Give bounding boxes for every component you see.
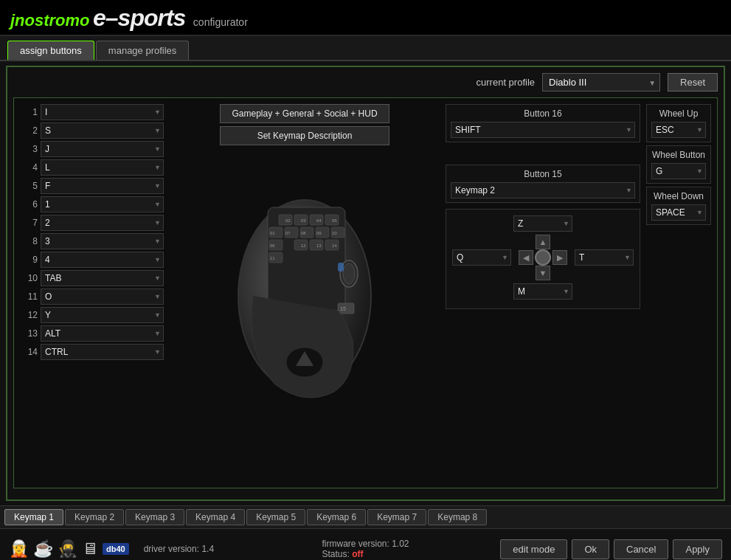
status-value: off <box>352 549 363 559</box>
button-input-wrapper-6[interactable] <box>41 196 164 212</box>
button-number-6: 6 <box>20 199 38 210</box>
cancel-button[interactable]: Cancel <box>614 539 668 559</box>
dpad-down-input[interactable] <box>513 283 572 300</box>
svg-text:14: 14 <box>332 243 337 248</box>
button-input-7[interactable] <box>41 215 164 231</box>
gameplay-button[interactable]: Gameplay + General + Social + HUD <box>220 104 389 123</box>
wheel-button-input[interactable] <box>651 163 706 179</box>
button-row-4: 4 <box>20 159 164 176</box>
button-input-wrapper-5[interactable] <box>41 178 164 194</box>
svg-rect-32 <box>338 263 344 272</box>
button-input-wrapper-3[interactable] <box>41 141 164 157</box>
keymap-tab-keymap-2[interactable]: Keymap 2 <box>65 509 124 525</box>
tab-manage-profiles[interactable]: manage profiles <box>96 41 190 60</box>
button-row-6: 6 <box>20 196 164 212</box>
wheel-button-input-wrapper[interactable] <box>651 163 706 179</box>
button-row-10: 10 <box>20 270 164 286</box>
firmware-version: firmware version: 1.02 <box>322 539 485 549</box>
dpad-up-wrapper[interactable] <box>513 215 572 232</box>
button-input-9[interactable] <box>41 252 164 268</box>
button-input-1[interactable] <box>41 104 164 120</box>
apply-button[interactable]: Apply <box>673 539 722 559</box>
reset-button[interactable]: Reset <box>668 73 718 91</box>
wheel-up-input-wrapper[interactable] <box>651 122 706 138</box>
button15-section: Button 15 <box>446 165 640 203</box>
edit-mode-button[interactable]: edit mode <box>500 539 567 559</box>
button-input-2[interactable] <box>41 122 164 139</box>
button15-input[interactable] <box>451 182 635 198</box>
button-input-12[interactable] <box>41 307 164 323</box>
svg-text:15: 15 <box>340 306 346 311</box>
profile-select-wrapper[interactable]: Diablo III <box>542 73 660 91</box>
wheel-down-input[interactable] <box>651 204 706 221</box>
button-row-12: 12 <box>20 307 164 323</box>
button-number-1: 1 <box>20 107 38 117</box>
footer-icons: 🧝 ☕ 🥷 🖥 db40 <box>9 539 129 559</box>
button-input-wrapper-9[interactable] <box>41 252 164 268</box>
button-input-14[interactable] <box>41 344 164 360</box>
ok-button[interactable]: Ok <box>572 539 609 559</box>
svg-text:11: 11 <box>270 256 275 260</box>
dpad-left-arrow[interactable]: ◀ <box>519 250 533 265</box>
button-input-11[interactable] <box>41 288 164 305</box>
button-input-wrapper-2[interactable] <box>41 122 164 139</box>
button-input-10[interactable] <box>41 270 164 286</box>
keymap-tab-keymap-1[interactable]: Keymap 1 <box>4 509 63 525</box>
button-input-13[interactable] <box>41 325 164 342</box>
svg-text:08: 08 <box>301 231 306 235</box>
tab-bar: assign buttons manage profiles <box>0 36 731 61</box>
dpad-down-arrow[interactable]: ▼ <box>536 266 550 280</box>
dpad-up-input[interactable] <box>513 215 572 232</box>
keymap-tab-keymap-3[interactable]: Keymap 3 <box>125 509 184 525</box>
dpad-center: ▲ ◀ ▶ ▼ <box>519 235 567 280</box>
keymap-tab-keymap-6[interactable]: Keymap 6 <box>307 509 366 525</box>
button-input-wrapper-10[interactable] <box>41 270 164 286</box>
inner-area: 1234567891011121314 Gameplay + General +… <box>13 97 718 488</box>
dpad-left-input[interactable] <box>452 249 511 266</box>
svg-text:03: 03 <box>301 218 306 223</box>
button-number-12: 12 <box>20 310 38 320</box>
button-input-5[interactable] <box>41 178 164 194</box>
button-row-11: 11 <box>20 288 164 305</box>
button-input-3[interactable] <box>41 141 164 157</box>
button-input-wrapper-11[interactable] <box>41 288 164 305</box>
dpad-left-wrapper[interactable] <box>452 249 511 266</box>
keymap-tab-keymap-4[interactable]: Keymap 4 <box>186 509 245 525</box>
tab-assign-buttons[interactable]: assign buttons <box>7 41 94 60</box>
button-row-7: 7 <box>20 215 164 231</box>
button-input-4[interactable] <box>41 159 164 176</box>
button-input-wrapper-4[interactable] <box>41 159 164 176</box>
dpad-down-wrapper[interactable] <box>513 283 572 300</box>
profile-select[interactable]: Diablo III <box>542 73 660 91</box>
brand-jnostromo: jnostromo <box>10 11 90 30</box>
button-input-wrapper-1[interactable] <box>41 104 164 120</box>
profile-row: current profile Diablo III Reset <box>13 73 718 91</box>
left-panel: 1234567891011121314 <box>20 104 164 482</box>
dpad-right-input[interactable] <box>575 249 634 266</box>
button15-title: Button 15 <box>451 169 635 179</box>
button-input-wrapper-13[interactable] <box>41 325 164 342</box>
button-input-wrapper-12[interactable] <box>41 307 164 323</box>
wheel-up-input[interactable] <box>651 122 706 138</box>
wheel-down-input-wrapper[interactable] <box>651 204 706 221</box>
dpad-right-wrapper[interactable] <box>575 249 634 266</box>
button15-input-wrapper[interactable] <box>451 182 635 198</box>
button-input-wrapper-14[interactable] <box>41 344 164 360</box>
keymap-tab-keymap-5[interactable]: Keymap 5 <box>246 509 305 525</box>
button16-input-wrapper[interactable] <box>451 122 635 138</box>
button-input-wrapper-7[interactable] <box>41 215 164 231</box>
icon-figure2: ☕ <box>33 539 53 559</box>
dpad-center-circle[interactable] <box>535 249 551 266</box>
dpad-right-arrow[interactable]: ▶ <box>552 250 567 265</box>
dpad-up-arrow[interactable]: ▲ <box>536 235 550 249</box>
db40-badge: db40 <box>103 543 129 555</box>
set-keymap-description-button[interactable]: Set Keymap Description <box>220 126 389 145</box>
button-input-6[interactable] <box>41 196 164 212</box>
button-input-8[interactable] <box>41 233 164 249</box>
button16-input[interactable] <box>451 122 635 138</box>
keymap-tab-keymap-8[interactable]: Keymap 8 <box>428 509 487 525</box>
button-number-5: 5 <box>20 181 38 191</box>
button-input-wrapper-8[interactable] <box>41 233 164 249</box>
keymap-tab-keymap-7[interactable]: Keymap 7 <box>367 509 426 525</box>
button-row-14: 14 <box>20 344 164 360</box>
